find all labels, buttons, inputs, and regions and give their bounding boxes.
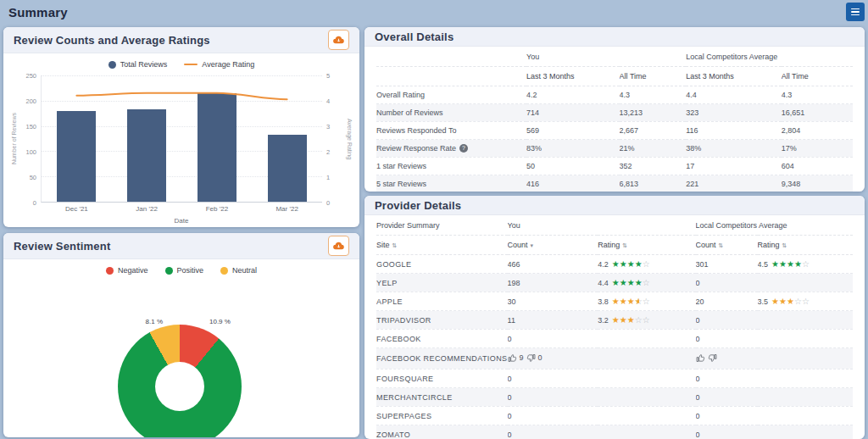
star-icon: ★ [787, 297, 794, 306]
export-button[interactable] [328, 236, 349, 256]
legend-item-negative[interactable]: Negative [106, 266, 148, 275]
col-header-site[interactable]: Site⇅ [376, 236, 508, 255]
legend-label: Total Reviews [120, 60, 168, 69]
star-icon: ★ [779, 260, 787, 269]
rating-value: 4.4 [598, 279, 609, 287]
col-header-label: Count [508, 241, 528, 249]
star-rating: 3.2★★★☆☆ [598, 316, 649, 325]
negative-dot-icon [106, 267, 114, 275]
you-rating [598, 407, 695, 425]
sort-icon: ▾ [531, 242, 534, 248]
you-count: 11 [508, 311, 598, 330]
sort-icon: ⇅ [719, 242, 724, 248]
y-axis-ticks-right: 012345 [322, 75, 344, 203]
y-tick-label: 0 [326, 199, 330, 207]
legend-item-neutral[interactable]: Neutral [220, 266, 257, 275]
cell-value: 50 [526, 158, 620, 175]
overall-col-header-row: Last 3 Months All Time Last 3 Months All… [376, 67, 853, 86]
you-rating [598, 370, 695, 388]
star-icon: ★ [635, 260, 643, 269]
legend-item-total-reviews[interactable]: Total Reviews [108, 60, 168, 69]
cell-value: 16,651 [782, 104, 853, 122]
row-label: Overall Rating [376, 86, 526, 104]
table-row: TRIPADVISOR113.2★★★☆☆0 [376, 311, 853, 330]
site-name: MERCHANTCIRCLE [376, 388, 508, 407]
col-header-label: Site [376, 241, 390, 249]
col-header-rating[interactable]: Rating⇅ [598, 236, 695, 255]
competitor-rating [758, 388, 853, 407]
provider-details-tbody: GOOGLE4664.2★★★★☆3014.5★★★★☆YELP1984.4★★… [376, 255, 853, 439]
star-icon: ★ [779, 297, 787, 306]
y-tick-label: 250 [25, 72, 36, 80]
star-empty-icon: ☆ [643, 297, 650, 306]
cell-value: 221 [686, 175, 781, 192]
competitor-rating: 3.5★★★☆☆ [758, 292, 853, 311]
row-label: Reviews Responded To [376, 122, 526, 140]
row-label: Number of Reviews [376, 104, 526, 122]
panel-review-sentiment-header: Review Sentiment [3, 233, 359, 259]
thumb-down-icon [708, 353, 717, 363]
panel-title: Provider Details [375, 199, 461, 212]
y-tick-label: 3 [326, 123, 330, 131]
you-rating [598, 348, 695, 370]
you-count: 198 [508, 274, 598, 292]
star-icon: ★ [771, 297, 779, 306]
total-reviews-dot-icon [108, 61, 116, 69]
provider-col-header-row: Site⇅Count▾Rating⇅Count⇅Rating⇅ [376, 236, 853, 255]
y-axis-label-left: Number of Reviews [8, 75, 19, 203]
menu-button[interactable] [846, 3, 865, 21]
star-empty-icon: ☆ [802, 260, 810, 269]
x-tick-label: Mar '22 [275, 205, 298, 213]
legend-label: Neutral [232, 266, 257, 275]
legend-item-average-rating[interactable]: Average Rating [184, 60, 254, 69]
star-icon: ★ [635, 279, 643, 287]
you-rating: 4.4★★★★☆ [598, 274, 695, 292]
table-row: SUPERPAGES00 [376, 407, 853, 425]
col-header-count[interactable]: Count⇅ [696, 236, 758, 255]
panel-provider-details: Provider Details Provider Summary You Lo… [364, 196, 865, 439]
competitor-count: 0 [696, 274, 758, 292]
competitor-count: 0 [696, 388, 758, 407]
rating-value: 3.5 [758, 297, 769, 306]
col-header-count[interactable]: Count▾ [508, 236, 598, 255]
y-tick-label: 5 [326, 72, 330, 80]
col-header: Last 3 Months [526, 67, 620, 86]
x-tick-label: Jan '22 [136, 205, 158, 213]
competitor-rating [758, 370, 853, 388]
panel-review-counts: Review Counts and Average Ratings Total … [3, 27, 359, 227]
table-row: ZOMATO00 [376, 425, 853, 439]
panel-title: Overall Details [375, 31, 453, 43]
col-header-rating[interactable]: Rating⇅ [758, 236, 853, 255]
sort-icon: ⇅ [782, 242, 787, 248]
cell-value: 9,348 [782, 175, 853, 192]
cell-value: 4.2 [526, 86, 620, 104]
table-row: Review Response Rate?83%21%38%17% [376, 140, 853, 158]
topbar: Summary [0, 0, 868, 25]
provider-group-header-row: Provider Summary You Local Competitors A… [376, 215, 853, 236]
help-icon[interactable]: ? [459, 144, 468, 153]
star-icon: ★ [612, 260, 620, 269]
you-rating: 3.2★★★☆☆ [598, 311, 695, 330]
x-tick-label: Dec '21 [65, 205, 88, 213]
you-rating: 4.2★★★★☆ [598, 255, 695, 274]
thumb-down-icon [526, 353, 536, 363]
competitor-rating [758, 274, 853, 292]
table-row: FACEBOOK00 [376, 330, 853, 348]
y-tick-label: 50 [30, 174, 36, 181]
legend-item-positive[interactable]: Positive [165, 266, 204, 275]
cell-value: 4.3 [620, 86, 687, 104]
reviews-chart: Total Reviews Average Rating Number of R… [3, 53, 359, 227]
page-title: Summary [8, 5, 68, 19]
export-button[interactable] [328, 30, 349, 50]
col-header: All Time [782, 67, 853, 86]
thumb-up-icon [696, 353, 705, 363]
col-header-label: Rating [758, 241, 780, 249]
panel-overall-details-header: Overall Details [364, 27, 865, 47]
cell-value: 38% [686, 140, 781, 158]
site-name: FOURSQUARE [376, 370, 508, 388]
you-count: 0 [508, 330, 598, 348]
table-row: GOOGLE4664.2★★★★☆3014.5★★★★☆ [376, 255, 853, 274]
panel-title: Review Counts and Average Ratings [14, 34, 210, 47]
sort-icon: ⇅ [392, 242, 398, 248]
average-rating-line-icon [184, 64, 198, 66]
